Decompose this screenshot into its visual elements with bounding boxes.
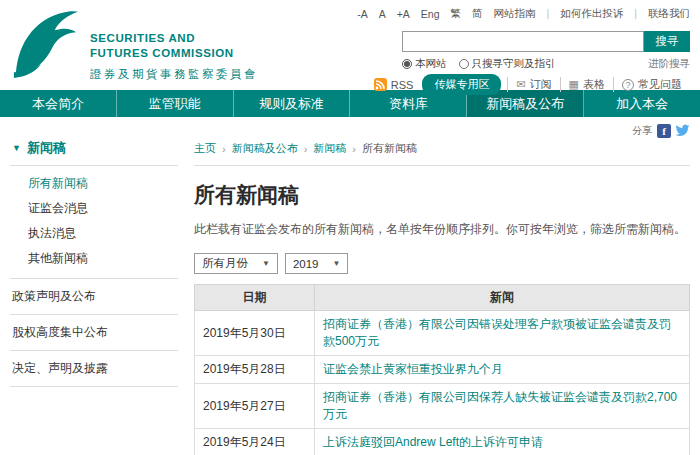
filter-row: 所有月份 ▼ 2019 ▼ [194, 253, 690, 274]
search-scope-codes-radio[interactable] [459, 59, 469, 69]
search-scope-codes-label: 只搜寻守则及指引 [472, 57, 556, 71]
breadcrumb-home[interactable]: 主页 [194, 141, 216, 156]
twitter-share-icon[interactable] [675, 123, 690, 138]
lang-simplified-link[interactable]: 简 [472, 7, 483, 21]
font-normal-link[interactable]: A [379, 8, 386, 20]
news-date: 2019年5月28日 [195, 356, 315, 384]
sfc-logo-mark-icon [10, 5, 80, 83]
faq-link[interactable]: ? 常见问题 [613, 77, 690, 92]
forms-grid-icon: ▦ [569, 78, 579, 91]
forms-label: 表格 [583, 77, 605, 92]
sidebar-item-decisions-statements[interactable]: 决定、声明及披露 [10, 351, 178, 387]
month-filter-select[interactable]: 所有月份 ▼ [194, 253, 278, 274]
sidebar-item-shareholding-concentration[interactable]: 股权高度集中公布 [10, 315, 178, 351]
sidebar-item-enforcement-news[interactable]: 执法消息 [10, 221, 178, 246]
subscribe-link[interactable]: ✉ 订阅 [507, 77, 559, 92]
main-panel: 分享 f 主页 › 新闻稿及公布 › 新闻稿 › 所有新闻稿 所有新闻稿 此栏载… [178, 117, 690, 455]
subscribe-label: 订阅 [530, 77, 552, 92]
table-row: 2019年5月27日 招商证券（香港）有限公司因保荐人缺失被证监会谴责及罚款2,… [195, 384, 690, 429]
question-icon: ? [622, 79, 634, 91]
sidebar-item-sfc-news[interactable]: 证监会消息 [10, 196, 178, 221]
page-description: 此栏载有证监会发布的所有新闻稿，名单按年份顺序排列。你可按年浏览，筛选所需新闻稿… [194, 221, 690, 238]
top-utility-links: -A A +A Eng 繁 简 网站指南 如何作出投诉 联络我们 [346, 7, 690, 21]
table-row: 2019年5月24日 上诉法庭驳回Andrew Left的上诉许可申请 [195, 429, 690, 455]
search-bar: 搜寻 [402, 31, 690, 52]
search-scope-site[interactable]: 本网站 [402, 57, 447, 71]
chevron-down-icon: ▼ [12, 143, 21, 153]
nav-item-rules-standards[interactable]: 规则及标准 [234, 90, 351, 117]
breadcrumb-current: 所有新闻稿 [362, 141, 417, 156]
page-title: 所有新闻稿 [194, 181, 690, 209]
breadcrumb-news-announcements[interactable]: 新闻稿及公布 [232, 141, 298, 156]
month-filter-value: 所有月份 [202, 256, 248, 271]
contact-link[interactable]: 联络我们 [634, 7, 690, 21]
rss-label: RSS [391, 79, 414, 91]
lang-traditional-link[interactable]: 繁 [451, 7, 462, 21]
content-area: ▼ 新闻稿 所有新闻稿 证监会消息 执法消息 其他新闻稿 政策声明及公布 股权高… [0, 117, 700, 455]
breadcrumb-separator-icon: › [222, 143, 226, 155]
rss-link[interactable]: RSS [374, 78, 414, 91]
search-input[interactable] [402, 31, 644, 52]
org-name: SECURITIES AND FUTURES COMMISSION 證券及期貨事… [90, 31, 258, 82]
search-scope-row: 本网站 只搜寻守则及指引 进阶搜寻 [402, 57, 690, 71]
advanced-search-link[interactable]: 进阶搜寻 [648, 57, 690, 71]
news-table: 日期 新闻 2019年5月30日 招商证券（香港）有限公司因错误处理客户款项被证… [194, 284, 690, 455]
breadcrumb-news[interactable]: 新闻稿 [313, 141, 346, 156]
search-scope-site-label: 本网站 [415, 57, 447, 71]
breadcrumb-separator-icon: › [352, 143, 356, 155]
share-row: 分享 f [194, 123, 690, 138]
complaints-link[interactable]: 如何作出投诉 [547, 7, 624, 21]
lang-english-link[interactable]: Eng [421, 8, 440, 20]
forms-link[interactable]: ▦ 表格 [560, 77, 613, 92]
faq-label: 常见问题 [638, 77, 682, 92]
table-row: 2019年5月28日 证监会禁止黄家恒重投业界九个月 [195, 356, 690, 384]
facebook-share-icon[interactable]: f [657, 124, 671, 138]
rss-icon [374, 78, 387, 91]
sfc-logo[interactable]: SECURITIES AND FUTURES COMMISSION 證券及期貨事… [10, 5, 258, 83]
share-label: 分享 [632, 124, 652, 138]
column-header-news: 新闻 [315, 285, 690, 311]
news-link[interactable]: 证监会禁止黄家恒重投业界九个月 [323, 362, 503, 376]
news-link[interactable]: 上诉法庭驳回Andrew Left的上诉许可申请 [323, 435, 543, 449]
dropdown-arrow-icon: ▼ [262, 259, 270, 268]
year-filter-select[interactable]: 2019 ▼ [285, 253, 349, 274]
sitemap-link[interactable]: 网站指南 [494, 7, 536, 21]
news-date: 2019年5月24日 [195, 429, 315, 455]
sidebar-section-news[interactable]: ▼ 新闻稿 [10, 133, 178, 166]
sidebar-item-all-news[interactable]: 所有新闻稿 [10, 171, 178, 196]
sidebar-section-news-label: 新闻稿 [27, 139, 66, 157]
org-name-zh: 證券及期貨事務監察委員會 [90, 67, 258, 82]
news-link[interactable]: 招商证券（香港）有限公司因错误处理客户款项被证监会谴责及罚款500万元 [323, 317, 671, 348]
news-date: 2019年5月27日 [195, 384, 315, 429]
dropdown-arrow-icon: ▼ [333, 259, 341, 268]
search-button[interactable]: 搜寻 [644, 31, 690, 52]
column-header-date: 日期 [195, 285, 315, 311]
table-header-row: 日期 新闻 [195, 285, 690, 311]
media-room-button[interactable]: 传媒专用区 [422, 74, 501, 95]
org-name-en-line1: SECURITIES AND [90, 31, 258, 46]
breadcrumb-separator-icon: › [304, 143, 308, 155]
org-name-en-line2: FUTURES COMMISSION [90, 46, 258, 61]
nav-item-regulatory-functions[interactable]: 监管职能 [117, 90, 234, 117]
header-quick-links: RSS 传媒专用区 ✉ 订阅 ▦ 表格 ? 常见问题 [374, 74, 690, 95]
breadcrumb: 主页 › 新闻稿及公布 › 新闻稿 › 所有新闻稿 [194, 138, 690, 166]
table-row: 2019年5月30日 招商证券（香港）有限公司因错误处理客户款项被证监会谴责及罚… [195, 311, 690, 356]
news-link[interactable]: 招商证券（香港）有限公司因保荐人缺失被证监会谴责及罚款2,700万元 [323, 390, 677, 421]
envelope-icon: ✉ [516, 78, 525, 91]
sidebar-item-policy-statements[interactable]: 政策声明及公布 [10, 279, 178, 315]
sidebar-news-subitems: 所有新闻稿 证监会消息 执法消息 其他新闻稿 [10, 166, 178, 279]
search-scope-site-radio[interactable] [402, 59, 412, 69]
font-increase-link[interactable]: +A [397, 8, 410, 20]
sidebar: ▼ 新闻稿 所有新闻稿 证监会消息 执法消息 其他新闻稿 政策声明及公布 股权高… [10, 133, 178, 455]
font-decrease-link[interactable]: -A [357, 8, 368, 20]
nav-item-about[interactable]: 本会简介 [0, 90, 117, 117]
site-header: SECURITIES AND FUTURES COMMISSION 證券及期貨事… [0, 0, 700, 90]
search-scope-codes[interactable]: 只搜寻守则及指引 [459, 57, 556, 71]
news-date: 2019年5月30日 [195, 311, 315, 356]
year-filter-value: 2019 [293, 258, 319, 270]
sidebar-item-other-news[interactable]: 其他新闻稿 [10, 246, 178, 271]
